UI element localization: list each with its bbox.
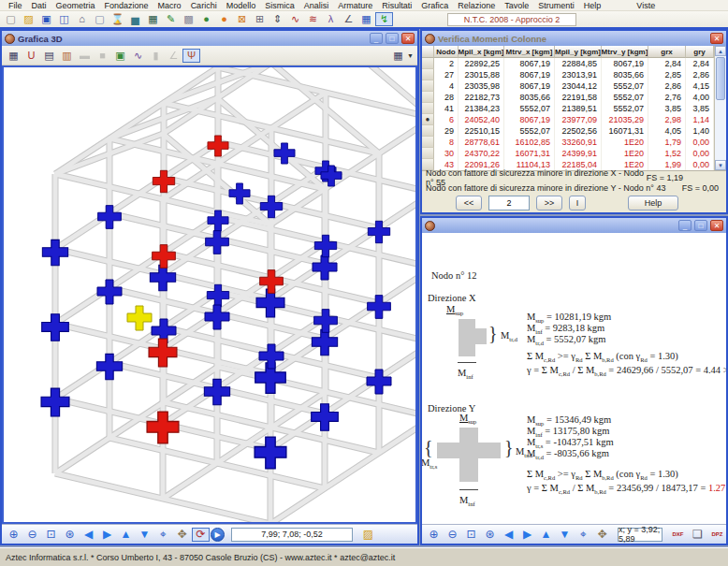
table-cell[interactable]: 23044,12: [555, 80, 602, 92]
zoom-window-icon[interactable]: ⊡: [42, 528, 60, 542]
table-cell[interactable]: 1,79: [648, 137, 686, 148]
scroll-thumb[interactable]: [716, 57, 725, 100]
table-cell[interactable]: 6: [434, 114, 459, 125]
table-cell[interactable]: 0,00: [686, 148, 714, 159]
table-cell[interactable]: 33260,91: [555, 137, 602, 148]
edit-pencil-icon[interactable]: ✎: [162, 12, 180, 26]
zoom-in-icon[interactable]: ⊕: [5, 528, 22, 542]
table-cell[interactable]: 2,86: [686, 69, 714, 80]
dpz-icon[interactable]: DPZ: [708, 528, 726, 542]
pier-arrow-icon[interactable]: ⇕: [269, 12, 286, 26]
pan-up-icon[interactable]: ▲: [537, 528, 555, 542]
table-cell[interactable]: 8035,66: [504, 92, 555, 103]
open-folder-icon[interactable]: ▨: [20, 12, 37, 26]
table-cell[interactable]: 5552,07: [504, 125, 555, 137]
col-header[interactable]: Mtrv_y [kgm]: [602, 46, 648, 58]
table-cell[interactable]: 41: [434, 103, 459, 114]
menu-analisi[interactable]: Analisi: [299, 1, 334, 10]
table-cell[interactable]: 0,00: [686, 159, 714, 170]
table-cell[interactable]: 2,84: [648, 58, 686, 69]
verifica-nodi-icon[interactable]: Ψ: [182, 49, 200, 63]
table-cell[interactable]: 21389,51: [555, 103, 602, 114]
table-cell[interactable]: 8067,19: [504, 80, 555, 92]
table-cell[interactable]: 1,40: [686, 125, 714, 137]
frame-3d-icon[interactable]: ▦: [5, 49, 22, 63]
table-cell[interactable]: 21035,29: [602, 114, 648, 125]
zoom-extents-icon[interactable]: ⊛: [61, 528, 79, 542]
analysis-lightning-icon[interactable]: ↯: [375, 12, 393, 26]
table-cell[interactable]: 22182,73: [459, 92, 504, 103]
zoom-dynamic-icon[interactable]: ⌖: [154, 528, 172, 542]
menu-file[interactable]: File: [4, 1, 27, 10]
table-cell[interactable]: 5552,07: [504, 103, 555, 114]
displacement-u-icon[interactable]: U: [22, 49, 40, 63]
info-button[interactable]: I: [569, 196, 586, 210]
viewport-3d[interactable]: [2, 65, 417, 524]
table-cell[interactable]: 22892,25: [459, 58, 504, 69]
table-grid-icon[interactable]: ⊞: [251, 12, 269, 26]
table-cell[interactable]: 23013,91: [555, 69, 602, 80]
table-cell[interactable]: 22191,58: [555, 92, 602, 103]
table-cell[interactable]: 4,15: [686, 80, 714, 92]
table-cell[interactable]: 16071,31: [504, 148, 555, 159]
table-cell[interactable]: 8067,19: [504, 58, 555, 69]
frame-loads-icon[interactable]: ▤: [40, 49, 58, 63]
pan-up-icon[interactable]: ▲: [117, 528, 135, 542]
report-canvas[interactable]: Nodo n° 12 Direzione X Msup } Mtr,d Minf…: [422, 233, 726, 524]
modal-shapes-icon[interactable]: ∿: [129, 49, 147, 63]
col-header[interactable]: Mpil_y [kgm]: [555, 46, 602, 58]
zoom-dynamic-icon[interactable]: ⌖: [575, 528, 592, 542]
table-cell[interactable]: 5552,07: [602, 103, 648, 114]
save-view-folder-icon[interactable]: ▨: [359, 528, 377, 542]
sphere-orange-icon[interactable]: ●: [215, 12, 233, 26]
table-cell[interactable]: 8067,19: [504, 114, 555, 125]
pan-hand-icon[interactable]: ✥: [173, 528, 191, 542]
close-button[interactable]: ✕: [710, 33, 723, 44]
table-cell[interactable]: 28778,61: [459, 137, 504, 148]
table-cell[interactable]: 8067,19: [504, 69, 555, 80]
table-cell[interactable]: 27: [434, 69, 459, 80]
table-cell[interactable]: 2,76: [648, 92, 686, 103]
animate-play-button[interactable]: ▶: [211, 528, 225, 542]
table-cell[interactable]: 1,52: [648, 148, 686, 159]
menu-macro[interactable]: Macro: [153, 1, 186, 10]
menu-sismica[interactable]: Sismica: [260, 1, 299, 10]
table-cell[interactable]: 1,99: [648, 159, 686, 170]
zoom-window-icon[interactable]: ⊡: [462, 528, 480, 542]
table-cell[interactable]: 5552,07: [602, 80, 648, 92]
col-header[interactable]: gry: [686, 46, 714, 58]
frame-view-icon[interactable]: ▦: [357, 12, 375, 26]
save-icon[interactable]: ▣: [37, 12, 55, 26]
pan-right-icon[interactable]: ▶: [98, 528, 116, 542]
minimize-button[interactable]: _: [678, 220, 692, 231]
table-cell[interactable]: 8067,19: [602, 58, 648, 69]
next-page-button[interactable]: >>: [536, 196, 562, 210]
table-cell[interactable]: 3,85: [648, 103, 686, 114]
table-cell[interactable]: 30: [434, 148, 459, 159]
new-file-icon[interactable]: ▢: [2, 12, 20, 26]
table-cell[interactable]: 16071,31: [602, 125, 648, 137]
menu-help[interactable]: Help: [579, 1, 606, 10]
view-select-icon[interactable]: ▦: [389, 49, 407, 63]
table-cell[interactable]: 22884,85: [555, 58, 602, 69]
report-titlebar[interactable]: _ □ ✕: [422, 218, 726, 233]
table-cell[interactable]: 28: [434, 92, 459, 103]
table-cell[interactable]: 2,84: [686, 58, 714, 69]
zoom-in-icon[interactable]: ⊕: [425, 528, 443, 542]
spectrum-icon[interactable]: ∿: [286, 12, 304, 26]
solid-view-icon[interactable]: ■: [94, 49, 111, 63]
frame-numbering-icon[interactable]: ▥: [58, 49, 76, 63]
table-cell[interactable]: 0,00: [686, 137, 714, 148]
slab-grid-icon[interactable]: ▦: [144, 12, 162, 26]
menu-modello[interactable]: Modello: [222, 1, 261, 10]
table-cell[interactable]: 24399,91: [555, 148, 602, 159]
table-cell[interactable]: 4,00: [686, 92, 714, 103]
table-cell[interactable]: 1E20: [602, 137, 648, 148]
spectrum2-icon[interactable]: ≋: [304, 12, 322, 26]
pan-down-icon[interactable]: ▼: [136, 528, 153, 542]
table-cell[interactable]: 4,05: [648, 125, 686, 137]
foundation-beam-icon[interactable]: ▅: [126, 12, 144, 26]
table-cell[interactable]: 1,14: [686, 114, 714, 125]
table-cell[interactable]: 1E20: [602, 148, 648, 159]
menu-armature[interactable]: Armature: [333, 1, 377, 10]
